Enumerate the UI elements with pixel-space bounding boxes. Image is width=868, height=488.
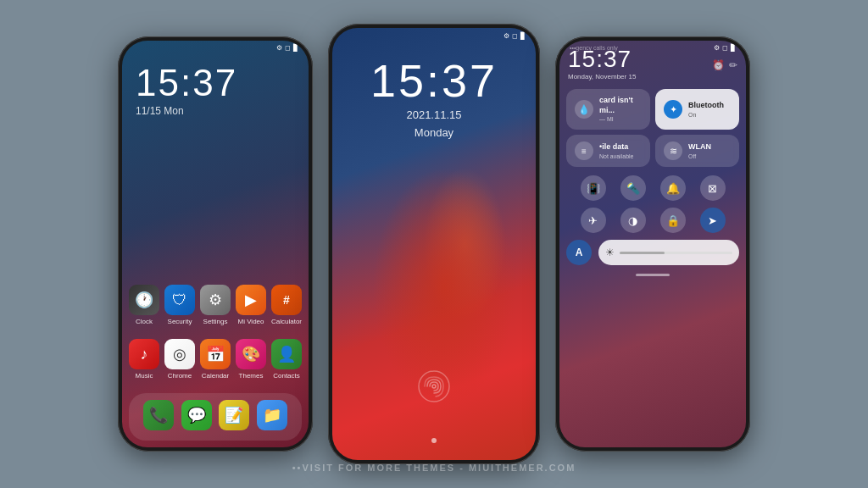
home-screen-bg: · ⚙ ◻ ▊ 15:37 11/15 Mon 🕐 Cloc — [122, 41, 309, 447]
cc-date: Monday, November 15 — [568, 73, 636, 80]
app-grid-row1: 🕐 Clock 🛡 Security ⚙ Settings ▶ Mi Video — [122, 276, 309, 334]
app-label-themes: Themes — [239, 372, 264, 380]
phone3-bluetooth-icon: ⚙ — [714, 44, 720, 52]
app-icon-messages: 💬 — [181, 400, 212, 430]
cc-water-icon: 💧 — [575, 100, 593, 119]
app-messages[interactable]: 💬 — [181, 400, 214, 430]
phone-homescreen: · ⚙ ◻ ▊ 15:37 11/15 Mon 🕐 Cloc — [118, 36, 313, 452]
app-grid-row2: ♪ Music ◎ Chrome 📅 Calendar 🎨 Themes — [122, 330, 309, 388]
cc-buttons-row1: 📳 🔦 🔔 ⊠ — [559, 172, 746, 204]
cc-brightness-control[interactable]: ☀ — [598, 240, 739, 265]
phone3-signal-icon: ◻ — [722, 44, 728, 52]
phones-container: · ⚙ ◻ ▊ 15:37 11/15 Mon 🕐 Cloc — [118, 24, 750, 464]
cc-wlan-sub: Off — [688, 152, 711, 160]
signal-icon: ◻ — [285, 44, 291, 52]
bluetooth-icon: ⚙ — [276, 44, 282, 52]
dock: 📞 💬 📝 📁 — [129, 393, 302, 441]
app-icon-notes: 📝 — [219, 400, 249, 430]
phone2-battery-icon: ▊ — [520, 32, 526, 40]
cc-autodim-btn[interactable]: ◑ — [620, 208, 646, 233]
cc-wlan-title: WLAN — [688, 142, 711, 152]
phone3-status-icons: ⚙ ◻ ▊ — [714, 44, 736, 52]
app-icon-phone: 📞 — [143, 400, 174, 430]
phone-controlcenter: •••gency calls only ⚙ ◻ ▊ 15:37 Monday, … — [555, 36, 750, 452]
lock-time-area: 15:37 2021.11.15 Monday — [357, 28, 511, 139]
cc-lock-btn[interactable]: 🔒 — [660, 208, 686, 233]
app-label-contacts: Contacts — [273, 372, 300, 380]
cc-airplane-btn[interactable]: ✈ — [581, 208, 606, 233]
home-time: 15:37 — [136, 64, 295, 102]
cc-bluetooth-icon: ✦ — [664, 100, 682, 119]
app-label-clock: Clock — [136, 318, 153, 325]
phone1-screen: · ⚙ ◻ ▊ 15:37 11/15 Mon 🕐 Cloc — [122, 41, 309, 447]
cc-wlan-text: WLAN Off — [688, 142, 711, 160]
app-label-settings: Settings — [203, 318, 228, 325]
control-center-bg: •••gency calls only ⚙ ◻ ▊ 15:37 Monday, … — [559, 41, 746, 447]
app-icon-themes: 🎨 — [236, 339, 266, 369]
app-calendar[interactable]: 📅 Calendar — [200, 339, 231, 380]
app-mivideo[interactable]: ▶ Mi Video — [236, 285, 266, 325]
phone3-statusbar: •••gency calls only ⚙ ◻ ▊ — [559, 41, 746, 55]
cc-bell-btn[interactable]: 🔔 — [660, 175, 686, 201]
brightness-fill — [620, 252, 665, 254]
app-label-security: Security — [168, 318, 192, 325]
cc-bottom-row: A ☀ — [559, 236, 746, 270]
app-notes[interactable]: 📝 — [218, 400, 251, 430]
app-label-mivideo: Mi Video — [238, 318, 264, 325]
app-chrome[interactable]: ◎ Chrome — [164, 339, 195, 380]
home-date: 11/15 Mon — [136, 105, 295, 117]
app-icon-files: 📁 — [257, 400, 287, 430]
cc-a-button[interactable]: A — [566, 240, 592, 265]
app-icon-calculator: # — [271, 285, 302, 315]
app-calculator[interactable]: # Calculator — [271, 285, 302, 325]
lock-date1: 2021.11.15 — [370, 108, 498, 121]
cc-buttons-row2: ✈ ◑ 🔒 ➤ — [559, 204, 746, 236]
phone1-statusbar: · ⚙ ◻ ▊ — [122, 41, 309, 55]
app-icon-settings: ⚙ — [200, 285, 231, 315]
lock-page-dot — [431, 438, 437, 443]
lock-date2: Monday — [370, 126, 498, 139]
cc-screenshot-btn[interactable]: ⊠ — [700, 175, 726, 201]
app-clock[interactable]: 🕐 Clock — [129, 285, 159, 325]
cc-edit-icon[interactable]: ✏ — [729, 59, 737, 71]
app-music[interactable]: ♪ Music — [129, 339, 159, 380]
cc-flashlight-btn[interactable]: 🔦 — [620, 175, 646, 201]
cc-alarm-icon[interactable]: ⏰ — [712, 59, 725, 71]
cc-data-title: •ile data — [599, 142, 633, 152]
cc-water-text: card isn't mi... — MI — [599, 96, 642, 123]
cc-water-sub: — MI — [599, 115, 642, 123]
app-icon-music: ♪ — [129, 339, 159, 369]
cc-vibrate-btn[interactable]: 📳 — [581, 175, 606, 201]
brightness-icon: ☀ — [605, 247, 615, 258]
app-contacts[interactable]: 👤 Contacts — [271, 339, 302, 380]
cc-data-text: •ile data Not available — [599, 142, 633, 160]
cc-bluetooth-sub: On — [688, 111, 724, 119]
phone2-statusbar: · ⚙ ◻ ▊ — [332, 28, 536, 43]
app-settings[interactable]: ⚙ Settings — [200, 285, 231, 325]
app-label-calendar: Calendar — [202, 372, 229, 380]
phone2-status-icons: ⚙ ◻ ▊ — [504, 32, 526, 40]
brightness-track — [620, 252, 732, 254]
cc-tile-water[interactable]: 💧 card isn't mi... — MI — [566, 89, 650, 130]
fingerprint-icon[interactable] — [417, 369, 451, 409]
cc-tile-bluetooth[interactable]: ✦ Bluetooth On — [655, 89, 739, 130]
app-label-music: Music — [136, 372, 153, 380]
cc-location-btn[interactable]: ➤ — [700, 208, 726, 233]
lock-time: 15:37 — [370, 58, 498, 103]
app-files[interactable]: 📁 — [256, 400, 289, 430]
battery-icon: ▊ — [293, 44, 298, 52]
cc-header-icons: ⏰ ✏ — [712, 59, 737, 71]
app-icon-clock: 🕐 — [129, 285, 159, 315]
cc-tile-wlan[interactable]: ≋ WLAN Off — [655, 135, 739, 167]
cc-home-bar — [636, 274, 670, 276]
phone1-status-icons: ⚙ ◻ ▊ — [276, 44, 298, 52]
svg-point-0 — [419, 371, 449, 402]
app-security[interactable]: 🛡 Security — [164, 285, 195, 325]
phone2-bluetooth-icon: ⚙ — [504, 32, 509, 40]
app-label-calculator: Calculator — [271, 318, 302, 325]
cc-tile-mobiledata[interactable]: ≡ •ile data Not available — [566, 135, 650, 167]
app-icon-calendar: 📅 — [200, 339, 231, 369]
app-themes[interactable]: 🎨 Themes — [236, 339, 266, 380]
app-phone[interactable]: 📞 — [142, 400, 175, 430]
app-icon-chrome: ◎ — [164, 339, 195, 369]
